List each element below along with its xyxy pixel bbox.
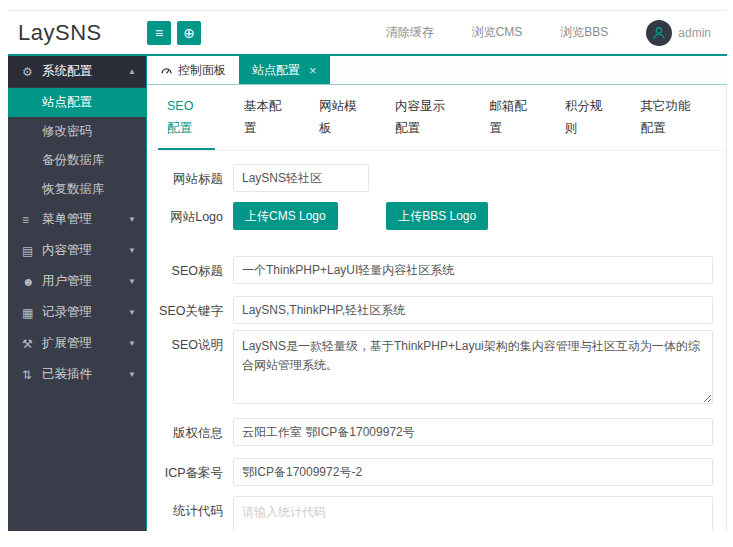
chevron-down-icon: ▼	[128, 308, 136, 317]
sidebar-item-content-management[interactable]: ▤ 内容管理 ▼	[8, 235, 146, 266]
config-section-tabs: SEO配置 基本配置 网站模板 内容显示配置 邮箱配置 积分规则 其它功能配置	[147, 85, 726, 151]
sidebar-item-label: 菜单管理	[42, 211, 92, 228]
dashboard-icon	[160, 64, 173, 77]
tab-label: 站点配置	[252, 62, 300, 79]
upload-cms-logo-button[interactable]: 上传CMS Logo	[233, 202, 338, 230]
top-header: LaySNS ≡ ⊕ 清除缓存 浏览CMS 浏览BBS admin	[8, 11, 727, 56]
sidebar-item-extension-management[interactable]: ⚒ 扩展管理 ▼	[8, 328, 146, 359]
chevron-down-icon: ▼	[128, 215, 136, 224]
form-row-seo-title: SEO标题	[147, 256, 726, 284]
sidebar-item-label: 内容管理	[42, 242, 92, 259]
username-label: admin	[678, 26, 711, 40]
sidebar-item-label: 系统配置	[42, 63, 92, 80]
chevron-up-icon: ▲	[128, 67, 136, 76]
page-tabstrip: 控制面板 站点配置 ×	[147, 56, 727, 85]
form-row-site-logo: 网站Logo 上传CMS Logo 上传BBS Logo	[147, 202, 726, 230]
tab-site-config[interactable]: 站点配置 ×	[239, 56, 330, 84]
field-label: 版权信息	[147, 418, 223, 442]
form-row-seo-keywords: SEO关键字	[147, 296, 726, 324]
records-icon: ▦	[22, 306, 42, 320]
person-icon	[651, 25, 667, 41]
tab-site-template[interactable]: 网站模板	[310, 95, 366, 150]
menu-icon: ≡	[22, 213, 42, 227]
body-row: ⚙ 系统配置 ▲ 站点配置 修改密码 备份数据库 恢	[8, 56, 727, 531]
sidebar-subitem-label: 恢复数据库	[42, 181, 105, 198]
refresh-button[interactable]: ⊕	[177, 21, 201, 45]
browse-cms-link[interactable]: 浏览CMS	[472, 24, 523, 41]
site-config-panel: SEO配置 基本配置 网站模板 内容显示配置 邮箱配置 积分规则 其它功能配置 …	[147, 85, 727, 531]
tab-points-rules[interactable]: 积分规则	[556, 95, 612, 150]
sidebar-item-label: 用户管理	[42, 273, 92, 290]
wrench-icon: ⚒	[22, 337, 42, 351]
sidebar-item-system-config[interactable]: ⚙ 系统配置 ▲	[8, 56, 146, 87]
icp-number-input[interactable]	[233, 458, 713, 486]
sidebar-item-record-management[interactable]: ▦ 记录管理 ▼	[8, 297, 146, 328]
sidebar-subitem-site-config[interactable]: 站点配置	[8, 88, 146, 117]
users-icon: ☻	[22, 275, 42, 289]
sidebar-subitem-change-password[interactable]: 修改密码	[8, 117, 146, 146]
field-label: 统计代码	[147, 496, 223, 520]
sidebar-subitem-restore-database[interactable]: 恢复数据库	[8, 175, 146, 204]
upload-bbs-logo-button[interactable]: 上传BBS Logo	[386, 202, 488, 230]
sidebar-nav: ⚙ 系统配置 ▲ 站点配置 修改密码 备份数据库 恢	[8, 56, 147, 531]
clear-cache-link[interactable]: 清除缓存	[386, 24, 434, 41]
sidebar-submenu: 站点配置 修改密码 备份数据库 恢复数据库	[8, 87, 146, 204]
close-icon[interactable]: ×	[309, 63, 317, 78]
browse-bbs-link[interactable]: 浏览BBS	[560, 24, 608, 41]
field-label: SEO标题	[147, 256, 223, 280]
copyright-input[interactable]	[233, 418, 713, 446]
chevron-down-icon: ▼	[128, 339, 136, 348]
sidebar-item-label: 扩展管理	[42, 335, 92, 352]
site-title-input[interactable]	[233, 164, 369, 192]
tab-dashboard[interactable]: 控制面板	[147, 56, 239, 84]
sidebar-subitem-label: 备份数据库	[42, 152, 105, 169]
hamburger-icon: ≡	[155, 25, 163, 41]
app-logo: LaySNS	[8, 20, 147, 46]
stats-code-textarea[interactable]	[233, 496, 713, 531]
form-row-site-title: 网站标题	[147, 164, 726, 192]
chevron-down-icon: ▼	[128, 246, 136, 255]
field-label: SEO说明	[147, 330, 223, 354]
sidebar-subitem-backup-database[interactable]: 备份数据库	[8, 146, 146, 175]
sidebar-subitem-label: 修改密码	[42, 123, 92, 140]
field-label: 网站Logo	[147, 202, 223, 226]
refresh-icon: ⊕	[183, 25, 195, 41]
chevron-down-icon: ▼	[128, 370, 136, 379]
main-area: 控制面板 站点配置 × SEO配置 基本配置 网站模板 内容显示配置 邮箱配置 …	[147, 56, 727, 531]
tab-mail-config[interactable]: 邮箱配置	[480, 95, 536, 150]
tab-label: 控制面板	[178, 62, 226, 79]
avatar	[646, 20, 672, 46]
app-frame: LaySNS ≡ ⊕ 清除缓存 浏览CMS 浏览BBS admin	[8, 10, 727, 531]
sidebar-item-installed-plugins[interactable]: ⇅ 已装插件 ▼	[8, 359, 146, 390]
form-row-icp-number: ICP备案号	[147, 458, 726, 486]
field-label: ICP备案号	[147, 458, 223, 482]
sidebar-item-menu-management[interactable]: ≡ 菜单管理 ▼	[8, 204, 146, 235]
tab-basic-config[interactable]: 基本配置	[235, 95, 291, 150]
sidebar-item-user-management[interactable]: ☻ 用户管理 ▼	[8, 266, 146, 297]
form-row-stats-code: 统计代码	[147, 496, 726, 531]
field-label: SEO关键字	[147, 296, 223, 320]
user-menu[interactable]: admin	[646, 20, 711, 46]
tab-other-function-config[interactable]: 其它功能配置	[632, 95, 706, 150]
cogs-icon: ⚙	[22, 65, 42, 79]
form-row-seo-description: SEO说明 LaySNS是一款轻量级，基于ThinkPHP+Layui架构的集内…	[147, 330, 726, 408]
form-row-copyright: 版权信息	[147, 418, 726, 446]
seo-title-input[interactable]	[233, 256, 713, 284]
field-label: 网站标题	[147, 164, 223, 188]
chevron-down-icon: ▼	[128, 277, 136, 286]
header-right: 清除缓存 浏览CMS 浏览BBS admin	[348, 20, 727, 46]
seo-config-form: 网站标题 网站Logo 上传CMS Logo 上传BBS Logo SEO标题	[147, 151, 726, 531]
seo-description-textarea[interactable]: LaySNS是一款轻量级，基于ThinkPHP+Layui架构的集内容管理与社区…	[233, 330, 713, 404]
sidebar-item-label: 已装插件	[42, 366, 92, 383]
tab-content-display-config[interactable]: 内容显示配置	[386, 95, 460, 150]
seo-keywords-input[interactable]	[233, 296, 713, 324]
plugins-icon: ⇅	[22, 368, 42, 382]
sidebar-item-label: 记录管理	[42, 304, 92, 321]
document-icon: ▤	[22, 244, 42, 258]
laysns-admin-app: LaySNS ≡ ⊕ 清除缓存 浏览CMS 浏览BBS admin	[0, 0, 733, 547]
sidebar-toggle-button[interactable]: ≡	[147, 21, 171, 45]
sidebar-subitem-label: 站点配置	[42, 94, 92, 111]
tab-seo-config[interactable]: SEO配置	[158, 95, 215, 150]
